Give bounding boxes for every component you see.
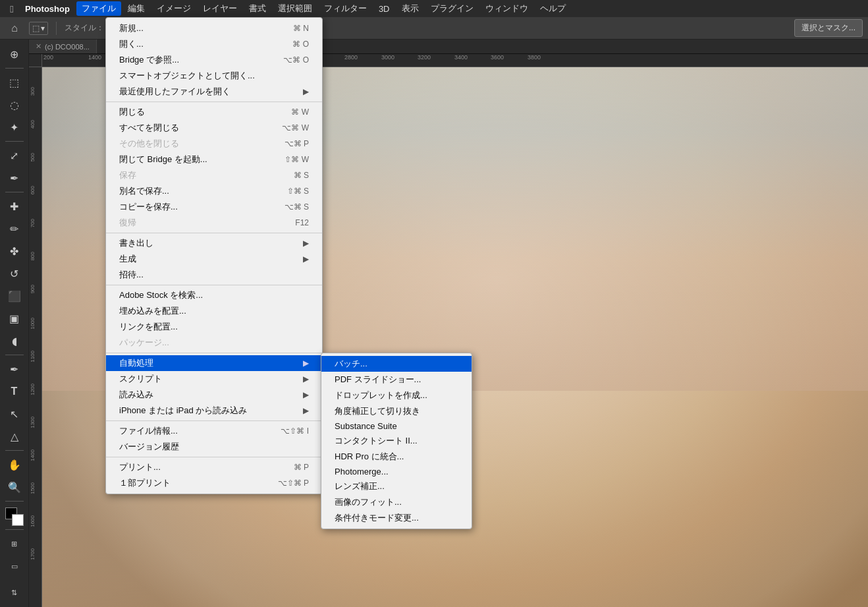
selection-mask-button[interactable]: 選択とマスク... — [794, 19, 863, 37]
tool-separator-2 — [5, 141, 24, 142]
menu-item-close-all[interactable]: すべてを閉じる ⌥⌘ W — [106, 120, 322, 136]
magic-wand-tool[interactable]: ✦ — [3, 117, 26, 138]
menubar-item-type[interactable]: 書式 — [244, 1, 271, 16]
zoom-tool[interactable]: 🔍 — [3, 477, 26, 498]
menu-item-bridge[interactable]: Bridge で参照... ⌥⌘ O — [106, 52, 322, 68]
menu-item-close-others: その他を閉じる ⌥⌘ P — [106, 136, 322, 152]
menubar-item-window[interactable]: ウィンドウ — [480, 1, 533, 16]
menu-item-contact-sheet[interactable]: コンタクトシート II... — [321, 433, 472, 449]
tab-title: (c) DCO008... — [45, 43, 90, 51]
menubar-item-image[interactable]: イメージ — [151, 1, 196, 16]
eyedropper-tool[interactable]: ✒ — [3, 167, 26, 188]
menu-item-invite-label: 招待... — [119, 269, 309, 281]
menu-item-smart-open[interactable]: スマートオブジェクトとして開く... — [106, 68, 322, 84]
menu-item-close-bridge[interactable]: 閉じて Bridge を起動... ⇧⌘ W — [106, 152, 322, 167]
menu-item-recent[interactable]: 最近使用したファイルを開く ▶ — [106, 84, 322, 100]
menu-item-scripts[interactable]: スクリプト ▶ — [106, 371, 322, 387]
menu-item-fit-image[interactable]: 画像のフィット... — [321, 494, 472, 510]
menu-item-batch[interactable]: バッチ... — [321, 356, 472, 372]
menu-item-close[interactable]: 閉じる ⌘ W — [106, 104, 322, 120]
menubar:  Photoshop ファイル 編集 イメージ レイヤー 書式 選択範囲 フィ… — [0, 0, 868, 17]
menu-item-version-history-label: バージョン履歴 — [119, 441, 309, 453]
menu-item-substance-suite[interactable]: Substance Suite — [321, 419, 472, 433]
menu-item-new[interactable]: 新規... ⌘ N — [106, 20, 322, 36]
lasso-tool[interactable]: ◌ — [3, 94, 26, 115]
ruler-corner — [29, 54, 42, 67]
menu-item-bridge-label: Bridge で参照... — [119, 54, 270, 66]
menu-item-hdr-pro[interactable]: HDR Pro に統合... — [321, 449, 472, 465]
menu-item-import-label: 読み込み — [119, 389, 303, 401]
menu-item-export[interactable]: 書き出し ▶ — [106, 235, 322, 251]
type-tool[interactable]: T — [3, 381, 26, 402]
menu-item-close-shortcut: ⌘ W — [291, 107, 309, 117]
clone-tool[interactable]: ✤ — [3, 241, 26, 262]
home-button[interactable]: ⌂ — [5, 19, 24, 38]
menu-item-link-label: リンクを配置... — [119, 321, 309, 333]
menubar-item-photoshop[interactable]: Photoshop — [20, 3, 75, 15]
menu-item-smart-open-label: スマートオブジェクトとして開く... — [119, 70, 309, 82]
menu-item-save-copy[interactable]: コピーを保存... ⌥⌘ S — [106, 199, 322, 215]
menu-item-import[interactable]: 読み込み ▶ — [106, 387, 322, 403]
menu-item-generate[interactable]: 生成 ▶ — [106, 251, 322, 267]
hand-tool[interactable]: ✋ — [3, 454, 26, 475]
automate-submenu: バッチ... PDF スライドショー... ドロップレットを作成... 角度補正… — [321, 353, 472, 529]
menubar-item-filter[interactable]: フィルター — [319, 1, 372, 16]
background-color[interactable] — [12, 514, 24, 526]
menu-item-adobe-stock[interactable]: Adobe Stock を検索... — [106, 287, 322, 303]
crop-tool[interactable]: ⤢ — [3, 145, 26, 166]
menu-item-revert-shortcut: F12 — [295, 218, 309, 227]
document-tab[interactable]: ✕ (c) DCO008... — [29, 40, 97, 53]
apple-menu-item[interactable]:  — [5, 0, 18, 17]
menubar-item-3d[interactable]: 3D — [373, 3, 395, 15]
menu-item-open-shortcut: ⌘ O — [292, 40, 309, 49]
eraser-tool[interactable]: ⬛ — [3, 285, 26, 306]
automate-submenu-container: バッチ... PDF スライドショー... ドロップレットを作成... 角度補正… — [321, 353, 472, 529]
menu-item-open[interactable]: 開く... ⌘ O — [106, 36, 322, 52]
menubar-item-view[interactable]: 表示 — [396, 1, 424, 16]
menu-item-crop-straighten[interactable]: 角度補正して切り抜き — [321, 403, 472, 419]
menu-item-save-copy-shortcut: ⌥⌘ S — [285, 202, 309, 212]
cycle-tools-button[interactable]: ⇅ — [3, 582, 26, 603]
marquee-tool[interactable]: ⬚ — [3, 72, 26, 93]
menu-item-save-as[interactable]: 別名で保存... ⇧⌘ S — [106, 183, 322, 199]
menu-item-revert-label: 復帰 — [119, 217, 282, 229]
menu-item-version-history[interactable]: バージョン履歴 — [106, 439, 322, 455]
tab-close-icon[interactable]: ✕ — [36, 42, 41, 51]
screen-mode-toggle[interactable]: ▭ — [3, 556, 26, 577]
scripts-submenu-arrow: ▶ — [303, 374, 309, 384]
menu-item-conditional-mode[interactable]: 条件付きモード変更... — [321, 510, 472, 526]
menu-item-iphone-ipad[interactable]: iPhone または iPad から読み込み ▶ — [106, 403, 322, 419]
move-tool[interactable]: ⊕ — [3, 43, 26, 65]
path-select-tool[interactable]: ↖ — [3, 403, 26, 424]
menu-item-embed[interactable]: 埋め込みを配置... — [106, 303, 322, 319]
menu-item-contact-sheet-label: コンタクトシート II... — [335, 435, 458, 447]
menu-item-print-one-shortcut: ⌥⇧⌘ P — [278, 478, 309, 488]
edit-mode-toggle[interactable]: ⊞ — [3, 533, 26, 554]
menu-item-droplet[interactable]: ドロップレットを作成... — [321, 388, 472, 403]
tool-selector[interactable]: ⬚ ▾ — [29, 22, 48, 35]
heal-tool[interactable]: ✚ — [3, 196, 26, 217]
pen-tool[interactable]: ✒ — [3, 359, 26, 380]
menu-item-pdf-slideshow[interactable]: PDF スライドショー... — [321, 372, 472, 388]
menu-item-invite[interactable]: 招待... — [106, 267, 322, 283]
menubar-item-layer[interactable]: レイヤー — [198, 1, 242, 16]
menu-item-link[interactable]: リンクを配置... — [106, 319, 322, 335]
menu-item-file-info[interactable]: ファイル情報... ⌥⇧⌘ I — [106, 423, 322, 439]
menubar-item-edit[interactable]: 編集 — [122, 1, 150, 16]
menu-item-print-one[interactable]: １部プリント ⌥⇧⌘ P — [106, 475, 322, 491]
shape-tool[interactable]: △ — [3, 426, 26, 447]
menu-item-recent-label: 最近使用したファイルを開く — [119, 86, 303, 98]
menu-item-photomerge[interactable]: Photomerge... — [321, 465, 472, 478]
history-brush-tool[interactable]: ↺ — [3, 263, 26, 284]
brush-tool[interactable]: ✏ — [3, 218, 26, 239]
menu-item-print[interactable]: プリント... ⌘ P — [106, 459, 322, 475]
dodge-tool[interactable]: ◖ — [3, 330, 26, 351]
menu-item-automate[interactable]: 自動処理 ▶ バッチ... PDF スライドショー... ドロップレットを作成.… — [106, 355, 322, 371]
menu-item-bridge-shortcut: ⌥⌘ O — [283, 55, 309, 65]
menu-item-lens-correction[interactable]: レンズ補正... — [321, 478, 472, 494]
gradient-tool[interactable]: ▣ — [3, 308, 26, 329]
menubar-item-plugin[interactable]: プラグイン — [425, 1, 479, 16]
menubar-item-help[interactable]: ヘルプ — [535, 1, 571, 16]
menubar-item-file[interactable]: ファイル — [76, 1, 121, 16]
menubar-item-select[interactable]: 選択範囲 — [273, 1, 317, 16]
